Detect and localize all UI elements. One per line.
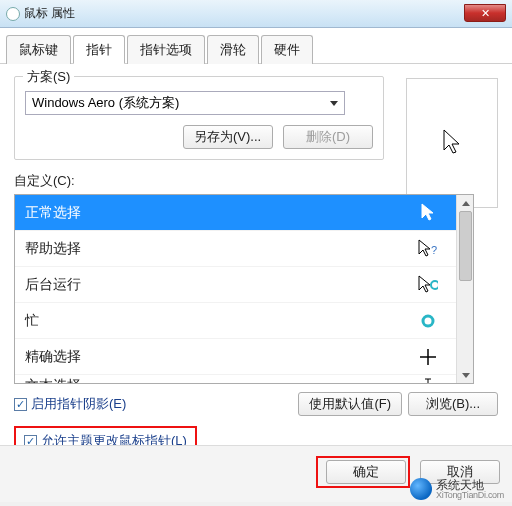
tab-pointers[interactable]: 指针 <box>73 35 125 64</box>
scrollbar[interactable] <box>456 195 473 383</box>
tab-wheel[interactable]: 滑轮 <box>207 35 259 64</box>
svg-text:?: ? <box>431 244 437 256</box>
arrow-icon <box>418 203 438 223</box>
titlebar: 鼠标 属性 ✕ <box>0 0 512 28</box>
cursor-listbox[interactable]: 正常选择 帮助选择 ? 后台运行 <box>14 194 474 384</box>
close-button[interactable]: ✕ <box>464 4 506 22</box>
list-item-label: 精确选择 <box>25 348 81 366</box>
ok-button[interactable]: 确定 <box>326 460 406 484</box>
list-item-label: 忙 <box>25 312 39 330</box>
list-item-label: 后台运行 <box>25 276 81 294</box>
shadow-checkbox-label: 启用指针阴影(E) <box>31 395 126 413</box>
svg-point-2 <box>423 316 433 326</box>
scheme-group: 方案(S) Windows Aero (系统方案) 另存为(V)... 删除(D… <box>14 76 384 160</box>
scheme-selected-text: Windows Aero (系统方案) <box>32 94 179 112</box>
list-item[interactable]: 后台运行 <box>15 267 456 303</box>
list-item[interactable]: 帮助选择 ? <box>15 231 456 267</box>
checkbox-icon: ✓ <box>14 398 27 411</box>
list-item[interactable]: 文本选择 <box>15 375 456 383</box>
delete-button: 删除(D) <box>283 125 373 149</box>
chevron-down-icon <box>330 101 338 106</box>
tab-content: 方案(S) Windows Aero (系统方案) 另存为(V)... 删除(D… <box>0 64 512 466</box>
use-default-button[interactable]: 使用默认值(F) <box>298 392 402 416</box>
shadow-checkbox[interactable]: ✓ 启用指针阴影(E) <box>14 395 126 413</box>
tab-pointer-options[interactable]: 指针选项 <box>127 35 205 64</box>
svg-point-1 <box>431 281 438 289</box>
cursor-preview <box>406 78 498 208</box>
busy-ring-icon <box>418 313 438 329</box>
list-item-label: 文本选择 <box>25 377 81 383</box>
list-item[interactable]: 精确选择 <box>15 339 456 375</box>
tab-hardware[interactable]: 硬件 <box>261 35 313 64</box>
window-title: 鼠标 属性 <box>24 5 75 22</box>
tab-strip: 鼠标键 指针 指针选项 滑轮 硬件 <box>0 28 512 64</box>
watermark-text-cn: 系统天地 <box>436 479 504 491</box>
scroll-down-button[interactable] <box>457 367 474 383</box>
scheme-group-label: 方案(S) <box>23 68 74 86</box>
watermark-logo-icon <box>410 478 432 500</box>
scroll-up-button[interactable] <box>457 195 474 211</box>
tab-mouse-buttons[interactable]: 鼠标键 <box>6 35 71 64</box>
list-item-label: 帮助选择 <box>25 240 81 258</box>
browse-button[interactable]: 浏览(B)... <box>408 392 498 416</box>
ibeam-icon <box>418 378 438 383</box>
arrow-icon <box>442 129 462 157</box>
list-item[interactable]: 正常选择 <box>15 195 456 231</box>
arrow-help-icon: ? <box>418 239 438 259</box>
watermark: 系统天地 XiTongTianDi.com <box>410 478 504 500</box>
list-item[interactable]: 忙 <box>15 303 456 339</box>
watermark-text-en: XiTongTianDi.com <box>436 491 504 500</box>
app-icon <box>6 7 20 21</box>
scroll-thumb[interactable] <box>459 211 472 281</box>
highlight-box: 确定 <box>316 456 410 488</box>
crosshair-icon <box>418 348 438 366</box>
scheme-dropdown[interactable]: Windows Aero (系统方案) <box>25 91 345 115</box>
save-as-button[interactable]: 另存为(V)... <box>183 125 273 149</box>
arrow-busy-icon <box>418 275 438 295</box>
list-item-label: 正常选择 <box>25 204 81 222</box>
